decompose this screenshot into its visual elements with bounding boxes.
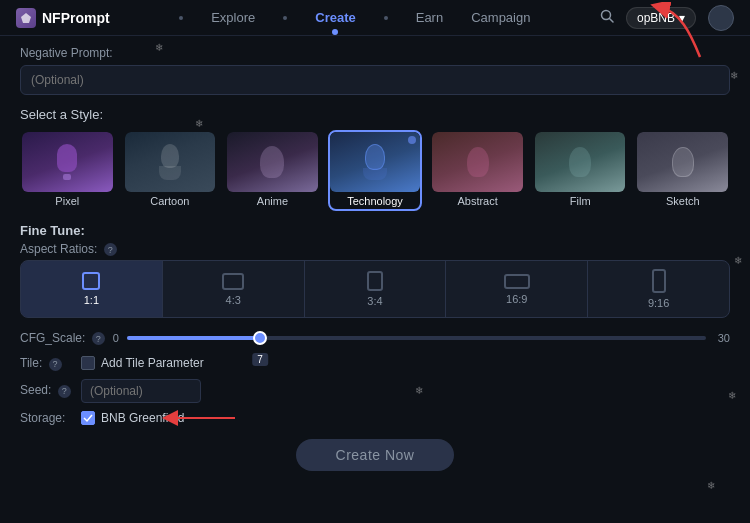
nav-dot-2 [283,16,287,20]
style-label-film: Film [535,195,626,209]
style-img-sketch [637,132,728,192]
aspect-icon-3-4 [367,271,383,291]
aspect-16-9[interactable]: 16:9 [446,261,588,317]
negative-prompt-label: Negative Prompt: [20,46,730,60]
style-card-sketch[interactable]: Sketch [635,130,730,211]
aspect-icon-9-16 [652,269,666,293]
cfg-track [127,336,706,340]
negative-prompt-section: Negative Prompt: [20,46,730,95]
aspect-text-1-1: 1:1 [84,294,99,306]
aspect-icon-1-1 [82,272,100,290]
cfg-help-icon[interactable]: ? [92,332,105,345]
aspect-1-1[interactable]: 1:1 [21,261,163,317]
style-img-anime [227,132,318,192]
nav-links: Explore Create Earn Campaign [138,10,572,25]
fine-tune-section: Fine Tune: Aspect Ratios: ? 1:1 4:3 3:4 … [20,223,730,425]
style-label-technology: Technology [330,195,421,209]
search-icon[interactable] [600,9,614,26]
tile-text: Add Tile Parameter [101,356,204,370]
tile-checkbox[interactable] [81,356,95,370]
seed-input[interactable] [81,379,201,403]
style-card-pixel[interactable]: Pixel [20,130,115,211]
opbnb-button[interactable]: opBNB ▾ [626,7,696,29]
cfg-fill [127,336,260,340]
aspect-label: Aspect Ratios: ? [20,242,730,256]
opbnb-label: opBNB [637,11,675,25]
logo-text: NFPrompt [42,10,110,26]
tile-help-icon[interactable]: ? [49,358,62,371]
style-card-abstract[interactable]: Abstract [430,130,525,211]
style-img-technology [330,132,421,192]
style-card-cartoon[interactable]: Cartoon [123,130,218,211]
style-label-pixel: Pixel [22,195,113,209]
cfg-min: 0 [113,332,119,344]
logo[interactable]: NFPrompt [16,8,110,28]
fine-tune-title: Fine Tune: [20,223,730,238]
aspect-text-16-9: 16:9 [506,293,527,305]
storage-checkbox[interactable] [81,411,95,425]
aspect-text-3-4: 3:4 [367,295,382,307]
seed-help-icon[interactable]: ? [58,385,71,398]
cfg-max: 30 [718,332,730,344]
nav-earn[interactable]: Earn [416,10,443,25]
cfg-thumb[interactable] [253,331,267,345]
tile-row: Tile: ? Add Tile Parameter [20,356,730,370]
style-img-abstract [432,132,523,192]
aspect-help-icon[interactable]: ? [104,243,117,256]
navbar: NFPrompt Explore Create Earn Campaign op… [0,0,750,36]
seed-label: Seed: ? [20,383,75,397]
style-label-cartoon: Cartoon [125,195,216,209]
storage-row: Storage: BNB Greenfield [20,411,730,425]
style-label-anime: Anime [227,195,318,209]
style-card-anime[interactable]: Anime [225,130,320,211]
storage-text: BNB Greenfield [101,411,184,425]
aspect-grid: 1:1 4:3 3:4 16:9 9:16 [20,260,730,318]
aspect-4-3[interactable]: 4:3 [163,261,305,317]
style-grid: Pixel Cartoon Anime [20,130,730,211]
nav-create[interactable]: Create [315,10,355,25]
aspect-text-4-3: 4:3 [226,294,241,306]
cfg-label: CFG_Scale: ? [20,331,105,345]
chevron-down-icon: ▾ [679,11,685,25]
svg-line-2 [609,19,613,23]
style-label-sketch: Sketch [637,195,728,209]
cfg-slider-container: 7 [127,328,706,348]
style-selector-section: Select a Style: Pixel Ca [20,107,730,211]
seed-row: Seed: ? [20,379,730,403]
tile-label: Tile: ? [20,356,75,370]
create-now-button[interactable]: Create Now [296,439,455,471]
avatar[interactable] [708,5,734,31]
aspect-icon-4-3 [222,273,244,290]
aspect-9-16[interactable]: 9:16 [588,261,729,317]
style-img-pixel [22,132,113,192]
svg-marker-0 [21,13,31,23]
nav-explore[interactable]: Explore [211,10,255,25]
style-card-film[interactable]: Film [533,130,628,211]
style-img-film [535,132,626,192]
style-card-technology[interactable]: Technology [328,130,423,211]
snowflake-7: ❄ [707,480,715,491]
style-label-abstract: Abstract [432,195,523,209]
nav-dot-3 [384,16,388,20]
aspect-text-9-16: 9:16 [648,297,669,309]
nav-campaign[interactable]: Campaign [471,10,530,25]
style-section-title: Select a Style: [20,107,730,122]
cfg-scale-row: CFG_Scale: ? 0 7 30 [20,328,730,348]
create-btn-container: Create Now [20,439,730,471]
style-img-cartoon [125,132,216,192]
negative-prompt-input[interactable] [20,65,730,95]
logo-icon [16,8,36,28]
main-content: Negative Prompt: Select a Style: Pixel [0,36,750,481]
storage-label: Storage: [20,411,75,425]
aspect-icon-16-9 [504,274,530,289]
nav-dot-1 [179,16,183,20]
aspect-3-4[interactable]: 3:4 [305,261,447,317]
nav-right: opBNB ▾ [600,5,734,31]
cfg-value-bubble: 7 [252,353,268,366]
